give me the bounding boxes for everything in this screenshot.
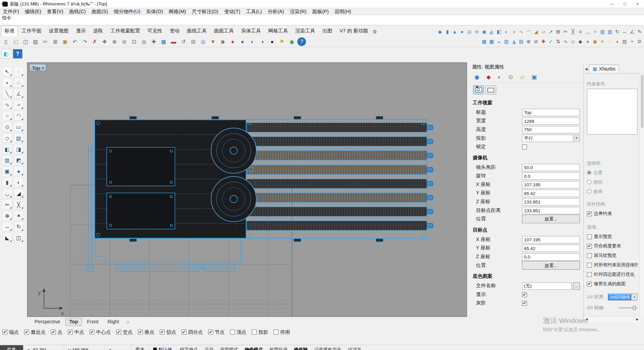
units-button[interactable]: 毫米 <box>131 345 149 350</box>
locked-checkbox[interactable] <box>522 144 527 149</box>
camera-place-button[interactable]: 放置... <box>522 215 580 223</box>
material-blue-icon[interactable]: ● <box>238 37 247 46</box>
status-toggle[interactable]: 平面模式 <box>217 346 241 350</box>
option-checkbox[interactable] <box>587 263 592 268</box>
pin-icon[interactable]: ▼ <box>209 37 217 46</box>
maximize-button[interactable]: □ <box>619 0 632 8</box>
offset-icon[interactable]: ≡ <box>577 28 584 35</box>
toolbar-tab[interactable]: 曲线工具 <box>183 25 210 36</box>
lock-icon[interactable]: ◙ <box>218 37 227 46</box>
scroll-left-icon[interactable]: ◀ <box>585 317 588 321</box>
named-views-icon[interactable]: ⊟ <box>189 37 198 46</box>
raytraced-display-icon[interactable]: ◉ <box>591 38 599 45</box>
menu-item[interactable]: 编辑(E) <box>22 8 44 15</box>
menu-item[interactable]: 查看(V) <box>44 8 67 15</box>
surface-corner-icon[interactable]: ◧ <box>2 144 12 154</box>
split-icon[interactable]: ╳ <box>14 199 24 209</box>
status-toggle[interactable]: 过滤器 <box>344 346 365 350</box>
undo-icon[interactable]: ↶ <box>71 37 79 46</box>
viewport-tab[interactable]: Right <box>103 318 123 326</box>
earth-icon[interactable]: ◉ <box>287 37 296 46</box>
check-mesh-icon[interactable]: ✓ <box>547 38 555 45</box>
osnap-item[interactable]: 垂点 <box>138 329 155 336</box>
trim-icon[interactable]: ✂ <box>562 28 569 35</box>
notes-icon[interactable]: ▱ <box>520 74 524 80</box>
properties-icon[interactable]: ◉ <box>474 74 480 80</box>
print-icon[interactable]: ▤ <box>31 37 40 46</box>
osnap-item[interactable]: 节点 <box>208 329 225 336</box>
mesh-plane-icon[interactable]: ▦ <box>481 38 488 45</box>
viewport-height-input[interactable]: 750 <box>522 126 580 133</box>
line-icon[interactable]: ╲ <box>2 89 12 99</box>
point-cloud-icon[interactable]: ∴ <box>14 78 24 87</box>
slider[interactable] <box>619 305 638 310</box>
vertical-scrollbar[interactable] <box>640 73 644 316</box>
osnap-checkbox[interactable] <box>2 330 7 335</box>
boolean-difference-icon[interactable]: ◑ <box>510 28 518 35</box>
display-icon[interactable]: ◐ <box>498 74 501 80</box>
wallpaper-gray-checkbox[interactable] <box>522 301 527 306</box>
camera-y-input[interactable]: 65.42 <box>522 189 580 197</box>
wallpaper-toggle-button[interactable] <box>486 85 496 95</box>
boundary-option[interactable]: 边界约束 <box>587 211 638 217</box>
save-icon[interactable]: ◫ <box>21 37 30 46</box>
array-icon[interactable]: ⊞ <box>555 28 562 35</box>
taper-icon[interactable]: ◢ <box>532 28 540 35</box>
lightbulb-icon[interactable]: ◌ <box>606 38 614 45</box>
menu-item[interactable]: 曲线(C) <box>66 8 88 15</box>
unweld-icon[interactable]: ⊘ <box>532 38 540 45</box>
osnap-checkbox[interactable] <box>208 330 213 335</box>
paste-icon[interactable]: ▣ <box>61 37 70 46</box>
smooth-icon[interactable]: ∿ <box>562 38 569 45</box>
place-target-icon[interactable]: ◎ <box>199 37 208 46</box>
osnap-checkbox[interactable] <box>51 330 56 335</box>
focal-length-input[interactable]: 50.0 <box>522 164 580 171</box>
move-icon[interactable]: ↔ <box>2 222 12 232</box>
circle-icon[interactable]: ○ <box>2 111 12 120</box>
menu-item[interactable]: 尺寸标注(D) <box>189 8 221 15</box>
slider-thumb[interactable] <box>633 305 636 309</box>
status-toggle[interactable]: 记录建构历史 <box>311 346 345 350</box>
loft-icon[interactable]: ▥ <box>2 155 12 165</box>
loft-icon[interactable]: ▨ <box>606 28 614 35</box>
environment-icon[interactable]: ◓ <box>628 38 636 45</box>
flip-normals-icon[interactable]: ⇅ <box>555 38 562 45</box>
osnap-item[interactable]: 中心点 <box>89 329 111 336</box>
wireframe-display-icon[interactable]: ◇ <box>569 38 577 45</box>
osnap-item[interactable]: 顶点 <box>230 329 247 336</box>
shade-mode-icon[interactable]: ◐ <box>248 37 257 46</box>
bend-icon[interactable]: ◠ <box>525 28 532 35</box>
minimize-button[interactable]: ─ <box>606 0 619 8</box>
solid-pyramid-icon[interactable]: ◭ <box>488 28 495 35</box>
option-checkbox[interactable] <box>587 244 592 249</box>
boolean-icon[interactable]: ◐ <box>14 177 24 187</box>
wallpaper-file-input[interactable]: (无) <box>522 282 572 290</box>
zoom-extents-icon[interactable]: ◎ <box>140 37 149 46</box>
menu-item[interactable]: 文件(F) <box>0 8 22 15</box>
menu-item[interactable]: 实体(O) <box>143 8 166 15</box>
curve-icon[interactable]: ∿ <box>2 100 12 110</box>
close-button[interactable]: × <box>631 0 644 8</box>
box-icon[interactable]: ▣ <box>2 166 12 176</box>
osnap-checkbox[interactable] <box>68 330 73 335</box>
layers-icon[interactable]: ◆ <box>486 74 491 80</box>
menu-item[interactable]: 面板(P) <box>309 8 332 15</box>
flag-icon[interactable]: ⚑ <box>278 37 286 46</box>
ghosted-mode-icon[interactable]: ◑ <box>258 37 267 46</box>
sweep-icon[interactable]: ◩ <box>14 155 24 165</box>
table-icon[interactable]: ▦ <box>159 37 168 46</box>
new-in-v7-icon[interactable]: ◧ <box>1 49 11 59</box>
osnap-checkbox[interactable] <box>116 330 121 335</box>
toolbar-tab[interactable]: V7 的 新功能 <box>336 25 372 36</box>
help-bubble-icon[interactable]: ? <box>13 49 23 59</box>
xnurbs-option[interactable]: 符合精度要求 <box>587 243 638 249</box>
continuity-option[interactable]: 位置 <box>587 169 638 176</box>
osnap-item[interactable]: 交点 <box>116 329 133 336</box>
status-toggle[interactable]: 操作轴 <box>291 346 311 350</box>
move-icon[interactable]: ❖ <box>100 37 109 46</box>
solid-sphere-icon[interactable]: ● <box>458 28 466 35</box>
xnurbs-option[interactable]: 修剪生成的曲面 <box>587 281 638 287</box>
zoom-window-icon[interactable]: ⊡ <box>130 37 138 46</box>
material-red-icon[interactable]: ● <box>228 37 237 46</box>
continuity-option[interactable]: 曲率 <box>587 188 638 194</box>
